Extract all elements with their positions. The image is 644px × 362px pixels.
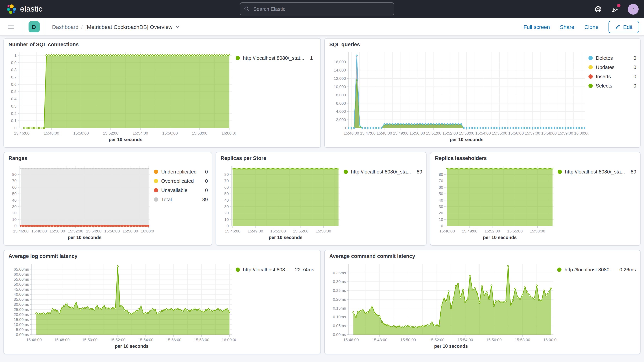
legend-label: Underreplicated bbox=[161, 169, 197, 175]
legend-value: 0 bbox=[205, 187, 208, 193]
panel-title: SQL queries bbox=[329, 42, 636, 48]
svg-text:15:47:00: 15:47:00 bbox=[360, 131, 376, 135]
svg-text:16:00:00: 16:00:00 bbox=[222, 338, 236, 342]
newsfeed-icon[interactable] bbox=[611, 5, 619, 13]
nav-menu-button[interactable] bbox=[0, 18, 22, 36]
svg-text:0.3: 0.3 bbox=[11, 104, 16, 108]
svg-text:15:50:00: 15:50:00 bbox=[400, 338, 416, 342]
svg-text:30: 30 bbox=[224, 204, 229, 209]
svg-text:0.6: 0.6 bbox=[11, 82, 16, 86]
svg-text:5.00ms: 5.00ms bbox=[16, 327, 29, 332]
legend-label: http://localhost:8080/_sta... bbox=[565, 169, 625, 175]
user-avatar[interactable]: r bbox=[628, 4, 638, 14]
legend-item[interactable]: http://localhost:8080/_sta...89 bbox=[558, 169, 636, 175]
legend-dot bbox=[588, 65, 593, 70]
svg-text:15:58:00: 15:58:00 bbox=[192, 131, 207, 135]
legend-value: 0 bbox=[205, 169, 208, 175]
svg-text:15:55:00: 15:55:00 bbox=[507, 229, 522, 233]
legend-item[interactable]: Unavailable0 bbox=[154, 187, 208, 193]
legend-dot bbox=[588, 84, 593, 88]
svg-text:0.15ms: 0.15ms bbox=[333, 306, 346, 310]
svg-text:40.00ms: 40.00ms bbox=[14, 292, 29, 296]
full-screen-link[interactable]: Full screen bbox=[524, 24, 550, 30]
header-actions: r bbox=[594, 4, 638, 14]
clone-link[interactable]: Clone bbox=[584, 24, 598, 30]
svg-text:15:50:00: 15:50:00 bbox=[50, 229, 65, 233]
svg-text:30: 30 bbox=[12, 204, 16, 209]
elastic-logo[interactable]: elastic bbox=[6, 3, 42, 15]
chart-sql-queries[interactable]: 02,0004,0006,0008,00010,00012,00014,0001… bbox=[328, 48, 588, 144]
legend-dot bbox=[557, 268, 562, 272]
legend-dot bbox=[588, 74, 593, 79]
edit-button[interactable]: Edit bbox=[608, 21, 639, 33]
global-search[interactable] bbox=[240, 2, 394, 16]
svg-text:15:55:00: 15:55:00 bbox=[293, 229, 308, 233]
legend-item[interactable]: http://localhost:8080/_sta...89 bbox=[344, 169, 422, 175]
space-selector[interactable]: D bbox=[22, 18, 46, 36]
svg-text:per 10 seconds: per 10 seconds bbox=[434, 344, 468, 349]
share-link[interactable]: Share bbox=[560, 24, 574, 30]
hamburger-icon bbox=[8, 23, 14, 30]
svg-text:70: 70 bbox=[224, 178, 229, 183]
chart-replicas-per-store[interactable]: 0102030405060708015:46:0015:49:0015:52:0… bbox=[220, 162, 344, 242]
svg-text:20.00ms: 20.00ms bbox=[14, 312, 29, 317]
svg-text:6,000: 6,000 bbox=[336, 101, 346, 106]
svg-text:per 10 seconds: per 10 seconds bbox=[269, 235, 302, 240]
svg-text:15:49:00: 15:49:00 bbox=[393, 131, 408, 135]
legend-item[interactable]: Overreplicated0 bbox=[154, 178, 208, 184]
legend-label: Inserts bbox=[596, 74, 611, 80]
svg-text:0.20ms: 0.20ms bbox=[333, 297, 346, 302]
svg-text:65.00ms: 65.00ms bbox=[14, 267, 29, 272]
legend-item[interactable]: Deletes0 bbox=[588, 55, 636, 61]
svg-text:15:58:00: 15:58:00 bbox=[122, 229, 138, 233]
svg-text:15:48:00: 15:48:00 bbox=[31, 229, 47, 233]
breadcrumb: Dashboard / [Metricbeat CockroachDB] Ove… bbox=[52, 24, 180, 30]
svg-text:20: 20 bbox=[224, 211, 229, 215]
svg-text:10: 10 bbox=[224, 217, 229, 222]
search-input[interactable] bbox=[252, 6, 390, 12]
legend-label: Updates bbox=[596, 64, 614, 70]
svg-text:15:56:00: 15:56:00 bbox=[162, 131, 178, 135]
chevron-down-icon[interactable] bbox=[175, 24, 180, 29]
chart-average-log-commit-latency[interactable]: 0.00ms5.00ms10.00ms15.00ms20.00ms25.00ms… bbox=[8, 260, 236, 351]
help-icon[interactable] bbox=[594, 5, 602, 13]
legend-label: Total bbox=[161, 196, 172, 202]
legend-label: http://localhost:8080/_stat... bbox=[243, 55, 304, 61]
svg-text:15:56:00: 15:56:00 bbox=[104, 229, 120, 233]
legend-item[interactable]: Underreplicated0 bbox=[154, 169, 208, 175]
svg-text:0.05ms: 0.05ms bbox=[333, 324, 346, 328]
legend-item[interactable]: http://localhost:8080/_stat...1 bbox=[236, 55, 316, 61]
svg-text:15:52:00: 15:52:00 bbox=[484, 229, 500, 233]
svg-text:0.2: 0.2 bbox=[11, 111, 16, 116]
svg-text:8,000: 8,000 bbox=[336, 93, 346, 97]
svg-text:50: 50 bbox=[439, 192, 443, 196]
legend-item[interactable]: http://localhost:8080...0.26ms bbox=[557, 267, 636, 272]
legend-item[interactable]: http://localhost:808...22.74ms bbox=[236, 267, 316, 272]
legend-dot bbox=[154, 170, 158, 174]
svg-text:14,000: 14,000 bbox=[334, 68, 346, 72]
svg-text:15:48:00: 15:48:00 bbox=[372, 338, 387, 342]
svg-text:15:48:00: 15:48:00 bbox=[44, 131, 59, 135]
search-icon bbox=[244, 6, 250, 12]
chart-average-command-commit-latency[interactable]: 0.00ms0.05ms0.10ms0.15ms0.20ms0.25ms0.30… bbox=[328, 260, 557, 351]
breadcrumb-dashboard[interactable]: Dashboard bbox=[52, 24, 78, 30]
legend-label: http://localhost:808... bbox=[243, 267, 289, 272]
panel-title: Replicas per Store bbox=[220, 155, 422, 161]
svg-text:15:54:00: 15:54:00 bbox=[133, 131, 148, 135]
panel-ranges: Ranges 0102030405060708015:46:0015:48:00… bbox=[4, 152, 212, 246]
legend-item[interactable]: Inserts0 bbox=[588, 74, 636, 80]
chart-replica-leaseholders[interactable]: 0102030405060708015:46:0015:49:0015:52:0… bbox=[434, 162, 558, 242]
svg-text:15:56:00: 15:56:00 bbox=[486, 338, 502, 342]
chart-ranges[interactable]: 0102030405060708015:46:0015:48:0015:50:0… bbox=[8, 162, 154, 242]
legend-item[interactable]: Updates0 bbox=[588, 64, 636, 70]
svg-text:40: 40 bbox=[439, 198, 443, 202]
chart-number-of-sql-connections[interactable]: 00.10.20.30.40.50.60.70.80.9115:46:0015:… bbox=[8, 48, 236, 144]
svg-text:0.25ms: 0.25ms bbox=[333, 288, 346, 292]
legend-dot bbox=[236, 268, 240, 272]
svg-text:20: 20 bbox=[12, 211, 16, 215]
legend-value: 89 bbox=[202, 196, 208, 202]
legend-item[interactable]: Selects0 bbox=[588, 83, 636, 89]
svg-text:45.00ms: 45.00ms bbox=[14, 287, 29, 292]
svg-text:0.5: 0.5 bbox=[11, 89, 16, 94]
legend-item[interactable]: Total89 bbox=[154, 196, 208, 202]
